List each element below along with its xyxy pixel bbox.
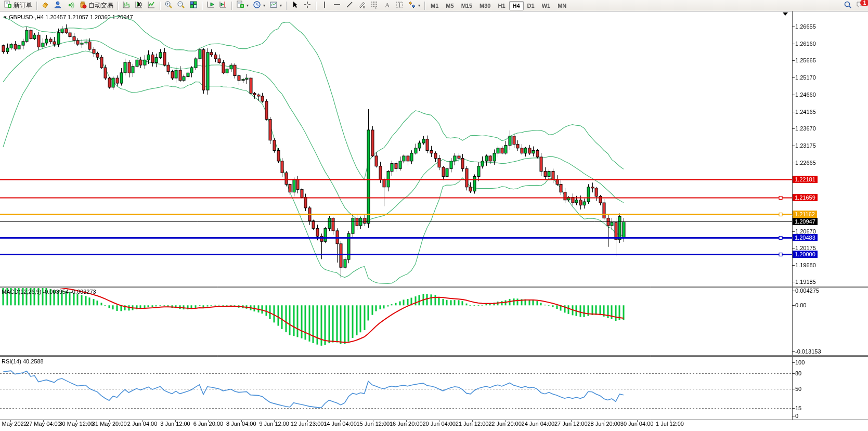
hline-icon (333, 1, 341, 11)
new-chart-button[interactable]: ▾ (234, 1, 251, 10)
timeframe-button-m30[interactable]: M30 (476, 1, 494, 10)
price-line-badge[interactable]: 1.22181 (793, 176, 818, 183)
clock-icon (253, 1, 261, 11)
jar-icon (79, 1, 87, 11)
timeframe-button-w1[interactable]: W1 (538, 1, 554, 10)
timeframe-button-h4[interactable]: H4 (509, 1, 524, 10)
zoomout-icon (177, 1, 185, 11)
trendline-button[interactable] (343, 1, 356, 10)
new-order-button[interactable]: 新订单 (2, 1, 34, 10)
toolbar-separator (286, 2, 287, 10)
svg-text:A: A (385, 1, 390, 9)
chart-play-icon (206, 1, 215, 11)
channel-icon: E (358, 1, 366, 11)
dropdown-arrow-icon: ▾ (247, 3, 249, 8)
timeframe-button-m1[interactable]: M1 (427, 1, 442, 10)
vertical-line-button[interactable] (318, 1, 331, 10)
doc-plus-icon (4, 1, 12, 11)
timeframe-button-mn[interactable]: MN (554, 1, 570, 10)
dropdown-arrow-icon: ▾ (280, 3, 282, 8)
person-icon (54, 1, 62, 11)
notification-badge: 1 (860, 0, 868, 6)
candle-icon (135, 1, 143, 11)
timeframe-button-h1[interactable]: H1 (494, 1, 509, 10)
dropdown-arrow-icon: ▾ (418, 3, 420, 8)
timeframe-button-m15[interactable]: M15 (458, 1, 476, 10)
signals-button[interactable] (64, 1, 76, 10)
svg-text:F: F (375, 6, 378, 9)
timeframe-button-m5[interactable]: M5 (442, 1, 457, 10)
period-button[interactable]: ▾ (251, 1, 267, 10)
labelT-icon: T (395, 1, 404, 11)
autotrading-button[interactable]: 自动交易 (76, 1, 115, 10)
textA-icon: A (383, 1, 391, 11)
toolbar-separator (231, 2, 232, 10)
bars-icon (122, 1, 131, 11)
price-chart-canvas[interactable] (0, 0, 868, 431)
candlestick-chart-button[interactable] (133, 1, 145, 10)
doc-plus-icon (236, 1, 244, 11)
new-order-button-label: 新订单 (14, 1, 32, 10)
toolbar-separator (118, 2, 118, 10)
tiles-icon (189, 1, 198, 11)
channel-button[interactable]: E (356, 1, 368, 10)
toolbar-separator (424, 2, 425, 10)
trend-icon (345, 1, 354, 11)
timeframe-button-d1[interactable]: D1 (524, 1, 538, 10)
svg-text:E: E (363, 6, 365, 9)
price-line-badge[interactable]: 1.21659 (793, 194, 818, 201)
svg-text:T: T (398, 2, 401, 8)
toolbar-separator (160, 2, 160, 10)
eraser-button[interactable] (39, 1, 51, 10)
zoom-in-button[interactable] (162, 1, 175, 10)
search-button[interactable] (841, 1, 854, 10)
dropdown-arrow-icon: ▾ (263, 3, 265, 8)
cursor-button[interactable] (289, 1, 301, 10)
tile-windows-button[interactable] (187, 1, 200, 10)
search-icon (844, 1, 852, 11)
main-toolbar: 新订单自动交易▾▾▾EFAT▾M1M5M15M30H1H4D1W1MN1 (0, 0, 868, 11)
chart-shift-button[interactable] (217, 1, 229, 10)
toolbar-separator (316, 2, 316, 10)
price-line-badge[interactable]: 1.20947 (793, 218, 818, 225)
zoomin-icon (164, 1, 173, 11)
price-line-badge[interactable]: 1.20000 (793, 251, 818, 258)
text-label-button[interactable]: T (393, 1, 406, 10)
chart-shift-icon (219, 1, 227, 11)
zoom-out-button[interactable] (175, 1, 187, 10)
autotrading-button-label: 自动交易 (88, 1, 113, 10)
picture-icon (269, 1, 278, 11)
vline-icon (320, 1, 329, 11)
community-button[interactable] (51, 1, 64, 10)
eraser-icon (41, 1, 49, 11)
fibo-icon: F (370, 1, 379, 11)
signal-icon (66, 1, 74, 11)
toolbar-separator (36, 2, 37, 10)
auto-scroll-button[interactable] (204, 1, 217, 10)
line-chart-button[interactable] (145, 1, 158, 10)
arrows-button[interactable]: ▾ (406, 1, 422, 10)
text-button[interactable]: A (381, 1, 393, 10)
shapes-icon (408, 1, 416, 11)
horizontal-line-button[interactable] (331, 1, 343, 10)
price-line-badge[interactable]: 1.21162 (793, 211, 817, 218)
fibonacci-button[interactable]: F (368, 1, 381, 10)
price-line-badge[interactable]: 1.20483 (793, 234, 818, 241)
crosshair-icon (303, 1, 312, 11)
linechart-icon (147, 1, 156, 11)
bar-chart-button[interactable] (120, 1, 133, 10)
notifications-button[interactable]: 1 (854, 1, 866, 10)
toolbar-separator (202, 2, 202, 10)
crosshair-button[interactable] (301, 1, 314, 10)
mt4-trading-app: 新订单自动交易▾▾▾EFAT▾M1M5M15M30H1H4D1W1MN1 ▼ G… (0, 0, 868, 431)
cursor-icon (291, 1, 299, 11)
template-button[interactable]: ▾ (267, 1, 284, 10)
